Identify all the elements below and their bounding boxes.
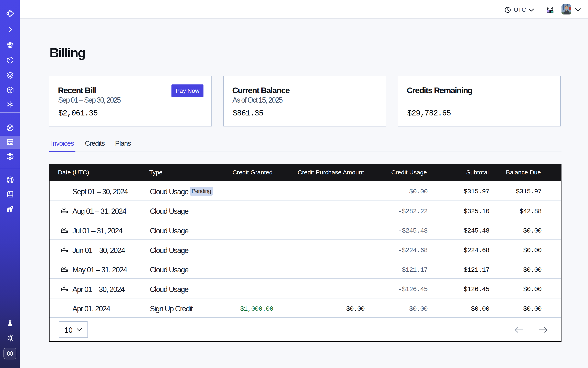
svg-text:$: $ xyxy=(9,352,11,356)
